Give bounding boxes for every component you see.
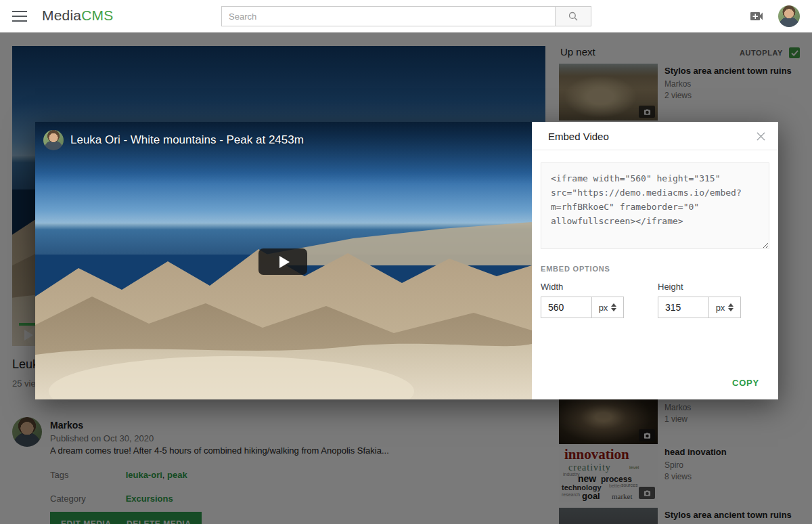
width-input[interactable] xyxy=(541,297,592,318)
embed-options-heading: EMBED OPTIONS xyxy=(541,265,769,273)
close-icon[interactable] xyxy=(754,129,767,143)
logo-media-text: Media xyxy=(42,7,81,23)
preview-video-title: Leuka Ori - White mountains - Peak at 24… xyxy=(70,133,304,147)
width-unit-select[interactable]: px xyxy=(591,297,624,318)
search-bar xyxy=(221,6,591,26)
preview-author-avatar[interactable] xyxy=(43,130,64,150)
user-avatar[interactable] xyxy=(778,5,800,27)
height-field-group: Height px xyxy=(658,282,741,318)
copy-button[interactable]: COPY xyxy=(732,378,759,388)
top-header: MediaCMS xyxy=(0,0,812,32)
upload-media-icon[interactable] xyxy=(748,8,765,24)
embed-code-textarea[interactable]: <iframe width="560" height="315" src="ht… xyxy=(541,162,769,249)
dialog-title: Embed Video xyxy=(548,131,609,142)
spinner-arrows-icon xyxy=(728,303,734,311)
width-field-group: Width px xyxy=(541,282,624,318)
embed-options-panel: Embed Video <iframe width="560" height="… xyxy=(532,122,778,399)
menu-icon[interactable] xyxy=(12,9,27,23)
search-button[interactable] xyxy=(555,6,591,26)
height-input[interactable] xyxy=(658,297,709,318)
mediacms-logo[interactable]: MediaCMS xyxy=(42,7,113,24)
embed-video-dialog: Leuka Ori - White mountains - Peak at 24… xyxy=(35,122,778,399)
search-icon xyxy=(567,10,579,22)
spinner-arrows-icon xyxy=(611,303,616,311)
height-label: Height xyxy=(658,282,741,292)
unit-label: px xyxy=(716,303,725,313)
logo-cms-text: CMS xyxy=(81,7,113,23)
preview-title-gradient xyxy=(35,122,532,184)
preview-play-button[interactable] xyxy=(258,248,307,275)
play-icon xyxy=(279,256,290,268)
embed-preview-player[interactable]: Leuka Ori - White mountains - Peak at 24… xyxy=(35,122,532,399)
unit-label: px xyxy=(599,303,608,313)
search-input[interactable] xyxy=(221,6,555,26)
width-label: Width xyxy=(541,282,624,292)
height-unit-select[interactable]: px xyxy=(708,297,741,318)
